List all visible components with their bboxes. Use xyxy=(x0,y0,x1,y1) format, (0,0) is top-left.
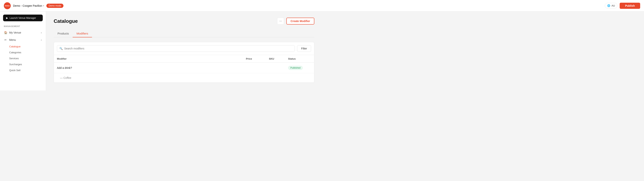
status-badge: Published xyxy=(288,66,303,70)
sidebar-item-menu[interactable]: ✂ Menu ∧ xyxy=(0,36,46,44)
search-input-wrap: 🔍 xyxy=(57,45,295,52)
sidebar-sub-surcharges[interactable]: Surcharges xyxy=(0,61,46,67)
sidebar-item-my-venue[interactable]: 🏠 My Venue ∧ xyxy=(0,29,46,36)
categories-label: Categories xyxy=(9,51,21,54)
col-header-modifier: Modifier xyxy=(57,57,246,60)
logo[interactable]: me&u xyxy=(4,2,11,9)
quick-sell-label: Quick Sell xyxy=(9,69,20,72)
main-layout: ▶ Launch Venue Manager Management 🏠 My V… xyxy=(0,12,322,90)
col-header-price: Price xyxy=(246,57,269,60)
management-section-label: Management xyxy=(0,25,46,28)
sidebar-sub-services[interactable]: Services xyxy=(0,56,46,61)
more-options-button[interactable]: ··· xyxy=(277,18,284,24)
launch-icon: ▶ xyxy=(6,16,8,19)
sub-dash: — Coffee xyxy=(57,76,71,80)
sidebar-item-menu-label: Menu xyxy=(9,38,16,42)
col-header-sku: SKU xyxy=(269,57,288,60)
launch-label: Launch Venue Manager xyxy=(10,16,36,19)
services-label: Services xyxy=(9,57,19,60)
tab-modifiers[interactable]: Modifiers xyxy=(73,30,92,38)
filter-button[interactable]: Filter xyxy=(297,45,311,52)
home-icon: 🏠 xyxy=(4,31,7,34)
surcharges-label: Surcharges xyxy=(9,63,22,66)
sidebar-sub-catalogue[interactable]: Catalogue xyxy=(0,44,46,50)
search-filter-row: 🔍 Filter xyxy=(54,42,314,55)
table-row[interactable]: Add a drink? Published xyxy=(54,63,314,73)
modifier-status-1: Published xyxy=(288,66,311,70)
catalogue-label: Catalogue xyxy=(9,45,20,48)
venue-selector[interactable]: Demo - Coogee Pavilion ▾ xyxy=(13,4,44,7)
page-actions: ··· Create Modifier xyxy=(277,18,314,24)
page-title: Catalogue xyxy=(54,18,78,24)
modifier-name-1: Add a drink? xyxy=(57,66,246,70)
scissors-icon: ✂ xyxy=(4,38,7,42)
modifier-name-2: — Coffee xyxy=(57,76,246,80)
table-header: Modifier Price SKU Status xyxy=(54,55,314,63)
page-header: Catalogue ··· Create Modifier xyxy=(54,18,314,24)
create-modifier-button[interactable]: Create Modifier xyxy=(286,18,314,24)
chevron-up-icon: ∧ xyxy=(41,32,42,34)
tabs-container: Products Modifiers xyxy=(54,30,314,38)
col-header-status: Status xyxy=(288,57,311,60)
tab-modifiers-label: Modifiers xyxy=(76,32,88,35)
search-icon: 🔍 xyxy=(60,47,63,50)
sidebar-item-my-venue-label: My Venue xyxy=(9,31,21,34)
search-input[interactable] xyxy=(64,47,292,50)
sidebar-sub-quick-sell[interactable]: Quick Sell xyxy=(0,67,46,73)
tab-products-label: Products xyxy=(58,32,69,35)
main-content: Catalogue ··· Create Modifier Products M… xyxy=(46,12,322,90)
tab-products[interactable]: Products xyxy=(54,30,73,38)
content-area: 🔍 Filter Modifier Price SKU Status Add a… xyxy=(54,42,314,83)
top-header: me&u Demo - Coogee Pavilion ▾ Demo mode … xyxy=(0,0,322,12)
launch-venue-manager-button[interactable]: ▶ Launch Venue Manager xyxy=(3,14,43,21)
logo-text: me&u xyxy=(5,5,10,7)
chevron-up-icon-menu: ∧ xyxy=(41,39,42,41)
sidebar-sub-categories[interactable]: Categories xyxy=(0,50,46,56)
venue-chevron-icon: ▾ xyxy=(43,4,44,7)
sidebar: ▶ Launch Venue Manager Management 🏠 My V… xyxy=(0,12,46,90)
demo-mode-badge: Demo mode xyxy=(46,4,64,8)
venue-name-text: Demo - Coogee Pavilion xyxy=(13,4,42,7)
header-left: me&u Demo - Coogee Pavilion ▾ Demo mode xyxy=(4,2,64,9)
table-row[interactable]: — Coffee xyxy=(54,73,314,83)
